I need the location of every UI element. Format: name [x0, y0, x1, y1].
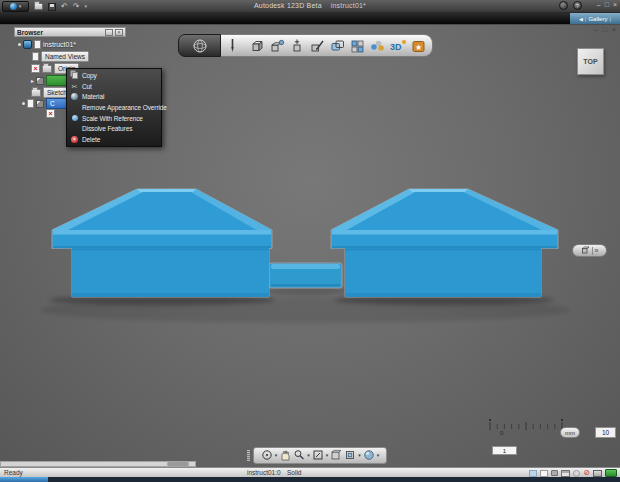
doc-minimize-button[interactable]: –	[594, 26, 598, 34]
menu-item-scale-with-reference[interactable]: Scale With Reference	[67, 113, 161, 124]
fit-icon[interactable]	[312, 447, 324, 465]
browser-pin-icon[interactable]	[105, 29, 113, 36]
lock-icon[interactable]	[551, 470, 558, 476]
delete-icon: ×	[71, 136, 78, 143]
browser-close-icon[interactable]: ×	[115, 29, 123, 36]
minimize-button[interactable]: –	[597, 1, 601, 9]
menu-label: Remove Appearance Override	[82, 104, 167, 111]
back-arrow-icon[interactable]: ◀	[579, 16, 583, 22]
menu-item-copy[interactable]: Copy	[67, 70, 161, 81]
modify-icon[interactable]	[309, 38, 326, 54]
snap-toggle-icon[interactable]	[529, 470, 537, 477]
doc-close-button[interactable]: ×	[612, 26, 616, 34]
suppressed-red-x-icon[interactable]: ×	[46, 109, 55, 118]
scrollbar-thumb[interactable]	[167, 462, 189, 466]
menu-label: Cut	[82, 83, 92, 90]
expand-dot[interactable]	[18, 43, 21, 46]
grid-size-input[interactable]: 10	[595, 427, 616, 438]
menu-label: Copy	[82, 72, 97, 79]
menu-label: Scale With Reference	[82, 115, 143, 122]
material-icon[interactable]	[369, 38, 386, 54]
document-name: instruct01*	[331, 2, 366, 9]
navbar-grip[interactable]	[247, 450, 250, 461]
doc-restore-button[interactable]: □	[603, 26, 607, 34]
status-doc-ref: instruct01:0	[247, 469, 281, 476]
main-toolbar: 3D ★	[221, 34, 433, 57]
taskbar-sliver	[0, 477, 620, 482]
menu-label: Dissolve Features	[82, 125, 132, 132]
context-menu: Copy ✂ Cut Material Remove Appearance Ov…	[66, 68, 162, 147]
zoom-caret-icon[interactable]: ▾	[307, 453, 310, 458]
close-button[interactable]: ×	[613, 1, 617, 9]
status-bar: Ready instruct01:0 Solid ⊘	[0, 467, 620, 477]
app-window: ▾ ↶ ↷ ▾ Autodesk 123D Betainstruct01* ? …	[0, 0, 620, 482]
indicator-circle-icon[interactable]	[573, 470, 580, 477]
viewcube-face-label[interactable]: TOP	[583, 58, 597, 65]
gallery-tab-label: Gallery	[588, 16, 607, 22]
units-button[interactable]: mm	[560, 427, 580, 438]
maximize-button[interactable]: □	[605, 1, 609, 9]
scale-ball-icon	[72, 115, 78, 121]
snap-star-icon[interactable]: ★	[410, 38, 427, 54]
fit-caret-icon[interactable]: ▾	[326, 453, 329, 458]
view-mode-icon[interactable]	[330, 447, 342, 465]
layout-panes-icon[interactable]	[561, 470, 570, 477]
help-icon[interactable]: ?	[573, 1, 582, 10]
press-pull-icon[interactable]	[269, 38, 286, 54]
menu-item-remove-appearance-override[interactable]: Remove Appearance Override	[67, 102, 161, 113]
steering-wheel-pill[interactable]: »	[572, 244, 607, 257]
sketches-folder-icon	[31, 89, 41, 97]
taskbar-blue-segment	[0, 477, 48, 482]
menu-item-cut[interactable]: ✂ Cut	[67, 81, 161, 92]
solid-body-icon	[36, 77, 44, 85]
ruler-scale-input[interactable]: 1	[492, 446, 517, 455]
tree-row-named-views[interactable]: Named Views	[32, 51, 89, 62]
primitive-box-icon[interactable]	[249, 38, 266, 54]
window-title: Autodesk 123D Betainstruct01*	[0, 2, 620, 9]
tree-row-feature-selected[interactable]: C	[22, 98, 72, 109]
gallery-bar	[0, 13, 620, 24]
grid-toggle-icon[interactable]	[540, 470, 548, 477]
browser-panel-header[interactable]: Browser ×	[14, 27, 126, 37]
move-icon[interactable]	[289, 38, 306, 54]
zoom-icon[interactable]	[293, 447, 305, 465]
main-menu-button[interactable]	[178, 34, 221, 57]
pill-divider	[592, 247, 593, 255]
tree-row-suppressed[interactable]: ×	[46, 109, 55, 118]
display-caret-icon[interactable]: ▾	[358, 453, 361, 458]
material-sphere-icon	[71, 93, 78, 100]
pattern-icon[interactable]	[329, 38, 346, 54]
svg-text:★: ★	[415, 42, 422, 51]
combine-icon[interactable]	[349, 38, 366, 54]
document-window-controls: – □ ×	[594, 26, 616, 34]
display-settings-icon[interactable]	[344, 447, 356, 465]
shading-caret-icon[interactable]: ▾	[377, 453, 380, 458]
orbit-caret-icon[interactable]: ▾	[275, 453, 278, 458]
menu-item-material[interactable]: Material	[67, 91, 161, 102]
sketch-pen-icon[interactable]	[226, 37, 239, 54]
gallery-tab[interactable]: ◀ | Gallery |	[570, 13, 620, 24]
menu-item-dissolve-features[interactable]: Dissolve Features	[67, 124, 161, 135]
window-controls: – □ ×	[597, 1, 617, 9]
no-entry-icon[interactable]: ⊘	[583, 469, 590, 477]
text-3d-icon[interactable]: 3D	[389, 38, 407, 54]
expand-arrow-icon[interactable]: ▸	[31, 78, 34, 84]
orbit-icon[interactable]	[261, 447, 273, 465]
tree-row-root[interactable]: instruct01*	[18, 40, 76, 49]
viewcube[interactable]: TOP	[577, 48, 604, 75]
status-mode: Solid	[287, 469, 301, 476]
menu-item-delete[interactable]: × Delete	[67, 134, 161, 145]
separator: |	[609, 16, 611, 22]
pan-hand-icon[interactable]	[279, 447, 291, 465]
scissors-icon: ✂	[72, 83, 78, 90]
account-icon[interactable]	[559, 1, 568, 10]
pill-expand-icon[interactable]: »	[595, 247, 599, 254]
feature-page-icon	[27, 99, 34, 108]
titlebar-utility-buttons: ?	[559, 1, 582, 10]
separator: |	[585, 16, 587, 22]
named-views-label[interactable]: Named Views	[41, 51, 89, 62]
display-icon[interactable]	[593, 470, 602, 477]
hidden-red-x-icon[interactable]: ×	[31, 64, 40, 73]
shading-sphere-icon[interactable]	[363, 447, 375, 465]
expand-dot[interactable]	[22, 102, 25, 105]
